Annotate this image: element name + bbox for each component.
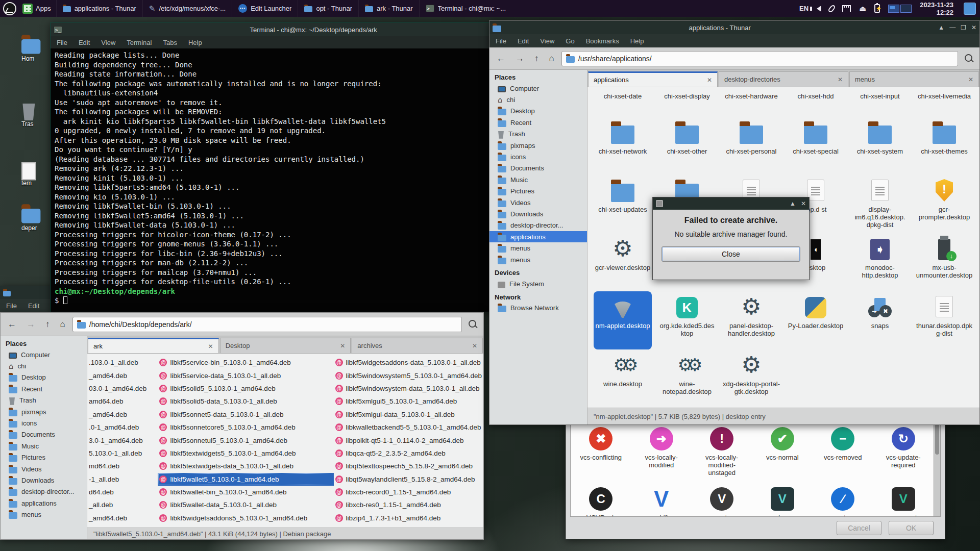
- file-row[interactable]: @libpolkit-qt5-1-1_0.114.0-2_amd64.deb: [334, 434, 483, 446]
- close-button[interactable]: ✕: [801, 200, 806, 207]
- grid-item-chi-xset-personal[interactable]: chi-xset-personal: [719, 117, 783, 175]
- file-row[interactable]: _amd64.deb: [87, 408, 158, 421]
- file-row[interactable]: @libkf5sonnetcore5_5.103.0-1_amd64.deb: [158, 421, 333, 434]
- ok-button[interactable]: OK: [889, 521, 934, 535]
- grid-item-py-loader-desktop[interactable]: Py-Loader.desktop: [783, 291, 848, 349]
- grid-item-chi-xset-themes[interactable]: chi-xset-themes: [912, 117, 976, 175]
- sidebar-item-chi[interactable]: ⌂chi: [489, 94, 587, 105]
- sidebar-item-recent[interactable]: Recent: [1, 383, 87, 394]
- tab-ark[interactable]: ark✕: [88, 338, 219, 353]
- back-button[interactable]: ←: [5, 318, 19, 331]
- grid-item-chi-xset-hardware[interactable]: chi-xset-hardware: [719, 88, 783, 117]
- chooser-item-vcvrack[interactable]: CVCVRack: [571, 487, 631, 517]
- file-row[interactable]: @libqt5texttospeech5_5.15.8-2_amd64.deb: [334, 460, 483, 472]
- file-row[interactable]: md64.deb: [87, 460, 158, 472]
- file-row[interactable]: @libkf5xmlgui-data_5.103.0-1_all.deb: [334, 408, 483, 421]
- tab-desktop[interactable]: Desktop✕: [220, 338, 351, 353]
- up-button[interactable]: ↑: [42, 318, 53, 331]
- sidebar-item-videos[interactable]: Videos: [489, 197, 587, 208]
- battery-icon[interactable]: ⚡: [874, 4, 880, 13]
- menu-item-help[interactable]: Help: [188, 39, 202, 46]
- sidebar-item-computer[interactable]: Computer: [489, 83, 587, 94]
- sidebar-item-browse-network[interactable]: Browse Network: [489, 303, 587, 314]
- file-row[interactable]: @libzip4_1.7.3-1+b1_amd64.deb: [334, 512, 483, 524]
- grid-item-monodoc-http-desktop[interactable]: ➧monodoc-http.desktop: [848, 233, 912, 291]
- grid-item[interactable]: [912, 349, 976, 408]
- grid-item-panel-desktop-handler-desktop[interactable]: ⚙panel-desktop-handler.desktop: [719, 291, 783, 349]
- menu-item-view[interactable]: View: [101, 39, 115, 46]
- file-row[interactable]: @libkf5solid5_5.103.0-1_amd64.deb: [158, 382, 333, 395]
- file-row[interactable]: @libxcb-res0_1.15-1_amd64.deb: [334, 498, 483, 511]
- grid-item-chi-xset-hdd[interactable]: chi-xset-hdd: [783, 88, 848, 117]
- grid-item-display-im6-q16-desktop-dpkg-dist[interactable]: display-im6.q16.desktop. dpkg-dist: [848, 175, 912, 233]
- file-row[interactable]: _amd64.deb: [87, 512, 158, 524]
- grid-item-chi-xset-updates[interactable]: chi-xset-updates: [591, 175, 655, 233]
- taskbar-button[interactable]: opt - Thunar: [298, 0, 358, 17]
- sidebar-item-documents[interactable]: Documents: [1, 429, 87, 440]
- menu-item-file[interactable]: File: [6, 302, 17, 310]
- menu-item-edit[interactable]: Edit: [79, 39, 90, 46]
- sidebar-item-chi[interactable]: ⌂chi: [1, 360, 87, 371]
- menu-item-file[interactable]: File: [57, 39, 67, 46]
- taskbar-button[interactable]: •••Edit Launcher: [232, 0, 298, 17]
- sidebar-item-documents[interactable]: Documents: [489, 163, 587, 174]
- file-row[interactable]: @libkf5textwidgets5_5.103.0-1_amd64.deb: [158, 447, 333, 460]
- grid-item-chi-xset-special[interactable]: chi-xset-special: [783, 117, 848, 175]
- file-row[interactable]: @libkwalletbackend5-5_5.103.0-1_amd64.de…: [334, 421, 483, 434]
- grid-item-chi-xset-display[interactable]: chi-xset-display: [655, 88, 719, 117]
- menu-item-bookmarks[interactable]: Bookmarks: [586, 37, 619, 45]
- sidebar-item-pictures[interactable]: Pictures: [489, 186, 587, 197]
- sidebar-item-pixmaps[interactable]: pixmaps: [1, 406, 87, 417]
- grid-item[interactable]: [848, 349, 912, 408]
- sidebar-item-downloads[interactable]: Downloads: [489, 208, 587, 219]
- sidebar-item-desktop-director-[interactable]: desktop-director...: [1, 486, 87, 497]
- menu-item-help[interactable]: Help: [630, 37, 644, 45]
- sidebar-item-desktop[interactable]: Desktop: [1, 372, 87, 383]
- file-row[interactable]: @libkf5textwidgets-data_5.103.0-1_all.de…: [158, 460, 333, 472]
- file-row[interactable]: @libqca-qt5-2_2.3.5-2_amd64.deb: [334, 447, 483, 460]
- maximize-button[interactable]: ❒: [961, 24, 966, 31]
- grid-item-nm-applet-desktop[interactable]: nm-applet.desktop: [594, 291, 652, 349]
- file-row[interactable]: @libkf5widgetsaddons5_5.103.0-1_amd64.de…: [158, 512, 333, 524]
- tab-applications[interactable]: applications✕: [588, 71, 718, 87]
- tab-close-icon[interactable]: ✕: [838, 76, 843, 83]
- tab-close-icon[interactable]: ✕: [707, 77, 712, 84]
- grid-item-wine-notepad-desktop[interactable]: ⚙⚙wine-notepad.desktop: [655, 349, 719, 408]
- grid-item-mx-usb-unmounter-desktop[interactable]: mx-usb-unmounter.desktop: [912, 233, 976, 291]
- chooser-item-ventoy[interactable]: ∕ventoy: [813, 487, 873, 517]
- grid-item-xdg-desktop-portal-gtk-desktop[interactable]: ⚙xdg-desktop-portal-gtk.desktop: [719, 349, 783, 408]
- grid-item-gcr-prompter-desktop[interactable]: !gcr-prompter.desktop: [912, 175, 976, 233]
- tab-close-icon[interactable]: ✕: [472, 342, 477, 349]
- rollup-button[interactable]: ▲: [938, 24, 944, 31]
- path-bar[interactable]: /usr/share/applications/: [561, 51, 958, 66]
- file-row[interactable]: -1_all.deb: [87, 473, 158, 486]
- file-row[interactable]: 3.0-1_amd64.deb: [87, 434, 158, 446]
- window-preview-icon[interactable]: [964, 3, 976, 15]
- file-row[interactable]: @libkf5wallet-bin_5.103.0-1_amd64.deb: [158, 486, 333, 498]
- file-list[interactable]: .103.0-1_all.deb_amd64.deb03.0-1_amd64.d…: [87, 354, 483, 528]
- menu-item-edit[interactable]: Edit: [28, 302, 39, 310]
- file-row[interactable]: .103.0-1_all.deb: [87, 356, 158, 369]
- back-button[interactable]: ←: [494, 53, 508, 65]
- file-row[interactable]: d64.deb: [87, 486, 158, 498]
- sidebar-item-downloads[interactable]: Downloads: [1, 474, 87, 486]
- tab-close-icon[interactable]: ✕: [208, 343, 213, 350]
- file-row[interactable]: 5.103.0-1_all.deb: [87, 447, 158, 460]
- sidebar-item-icons[interactable]: icons: [1, 417, 87, 429]
- forward-button[interactable]: →: [512, 53, 527, 65]
- menu-item-edit[interactable]: Edit: [518, 37, 529, 45]
- clock[interactable]: 2023-11-23 12:22: [920, 1, 953, 16]
- taskbar-button[interactable]: ✎/etc/xdg/menus/xfce-...: [142, 0, 232, 17]
- sidebar-item-menus[interactable]: menus: [489, 254, 587, 265]
- rollup-button[interactable]: ▲: [790, 200, 796, 207]
- file-row[interactable]: @libkf5wallet-data_5.103.0-1_all.deb: [158, 498, 333, 511]
- sidebar-item-pixmaps[interactable]: pixmaps: [489, 140, 587, 151]
- grid-item-chi-xset-other[interactable]: chi-xset-other: [655, 117, 719, 175]
- minimize-button[interactable]: —: [949, 24, 955, 31]
- tab-close-icon[interactable]: ✕: [340, 342, 345, 349]
- sidebar-item-music[interactable]: Music: [1, 440, 87, 452]
- eject-icon[interactable]: ⏏: [859, 4, 866, 13]
- mx-menu-icon[interactable]: [3, 2, 16, 15]
- grid-item-org-kde-kded5-desktop[interactable]: Korg.kde.kded5.desktop: [655, 291, 719, 349]
- grid-item-chi-xset-input[interactable]: chi-xset-input: [848, 88, 912, 117]
